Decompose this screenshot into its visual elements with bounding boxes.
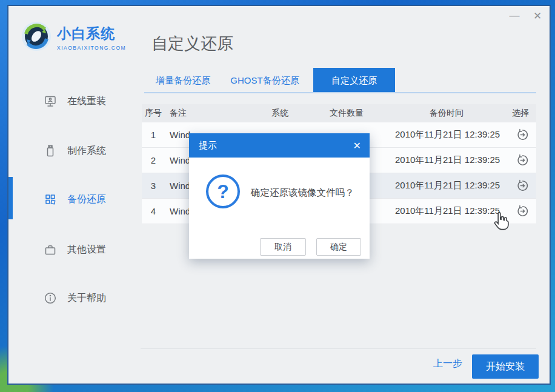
minimize-button[interactable]: — xyxy=(507,8,522,23)
start-install-button[interactable]: 开始安装 xyxy=(472,354,539,379)
row-no: 2 xyxy=(142,155,165,165)
dialog-title: 提示 xyxy=(199,140,217,151)
tab-label: 增量备份还原 xyxy=(156,75,210,87)
app-window: — ✕ 小白系统 XIAOBAIXITONG.COM 自定义还原 xyxy=(7,5,551,385)
confirm-button[interactable]: 确定 xyxy=(316,238,361,256)
page-title: 自定义还原 xyxy=(151,33,233,55)
tab-ghost-backup-restore[interactable]: GHOST备份还原 xyxy=(224,68,305,93)
col-header-system: 系统 xyxy=(262,108,298,119)
usb-drive-icon xyxy=(44,144,57,158)
dialog-close-icon[interactable]: ✕ xyxy=(353,140,361,151)
window-controls: — ✕ xyxy=(507,8,545,23)
col-header-note: 备注 xyxy=(165,108,262,119)
cancel-button[interactable]: 取消 xyxy=(260,238,306,256)
restore-icon[interactable] xyxy=(516,205,529,218)
row-time: 2010年11月21日 12:39:25 xyxy=(395,129,498,141)
brand-domain: XIAOBAIXITONG.COM xyxy=(57,45,126,51)
row-time: 2010年11月21日 12:39:25 xyxy=(395,154,498,166)
sidebar-active-indicator xyxy=(8,177,13,219)
tab-underline xyxy=(144,92,536,93)
dialog-message: 确定还原该镜像文件吗？ xyxy=(251,187,354,199)
row-time: 2010年11月21日 12:39:25 xyxy=(395,180,498,191)
col-header-select: 选择 xyxy=(498,108,536,119)
sidebar-item-about-help[interactable]: 关于帮助 xyxy=(44,288,135,308)
previous-step-link[interactable]: 上一步 xyxy=(433,357,462,370)
tab-label: GHOST备份还原 xyxy=(230,75,299,87)
tab-custom-restore[interactable]: 自定义还原 xyxy=(313,68,395,93)
dialog-titlebar: 提示 ✕ xyxy=(189,133,370,158)
sidebar-item-label: 制作系统 xyxy=(67,145,106,158)
col-header-time: 备份时间 xyxy=(395,108,498,119)
desktop-background: — ✕ 小白系统 XIAOBAIXITONG.COM 自定义还原 xyxy=(0,0,555,392)
sidebar-item-label: 其他设置 xyxy=(67,244,106,256)
sidebar-item-label: 在线重装 xyxy=(67,95,106,108)
row-no: 3 xyxy=(142,181,165,191)
row-no: 4 xyxy=(142,206,165,216)
confirm-dialog: 提示 ✕ ? 确定还原该镜像文件吗？ 取消 确定 xyxy=(189,133,370,259)
sidebar-item-label: 关于帮助 xyxy=(67,292,106,305)
tab-incremental-backup-restore[interactable]: 增量备份还原 xyxy=(144,68,222,93)
sidebar-item-label: 备份还原 xyxy=(67,193,106,206)
blocks-icon xyxy=(44,193,57,206)
col-header-no: 序号 xyxy=(142,108,165,119)
col-header-count: 文件数量 xyxy=(298,108,395,119)
monitor-user-icon xyxy=(44,95,57,108)
restore-icon[interactable] xyxy=(516,154,529,167)
briefcase-icon xyxy=(44,243,57,256)
tab-label: 自定义还原 xyxy=(331,75,377,87)
sidebar-item-other-settings[interactable]: 其他设置 xyxy=(44,240,135,259)
brand-name: 小白系统 xyxy=(57,24,126,43)
sidebar-item-online-reinstall[interactable]: 在线重装 xyxy=(44,91,135,111)
row-no: 1 xyxy=(142,130,165,140)
restore-icon[interactable] xyxy=(516,179,529,192)
question-icon: ? xyxy=(206,174,240,208)
app-logo-icon xyxy=(21,21,52,52)
brand-block: 小白系统 XIAOBAIXITONG.COM xyxy=(57,24,126,51)
table-header: 序号 备注 系统 文件数量 备份时间 选择 xyxy=(142,104,536,122)
restore-icon[interactable] xyxy=(516,128,529,141)
sidebar-item-backup-restore[interactable]: 备份还原 xyxy=(44,190,135,209)
close-button[interactable]: ✕ xyxy=(530,8,545,23)
row-time: 2010年11月21日 12:39:25 xyxy=(395,205,498,217)
footer-divider xyxy=(141,348,536,349)
info-icon xyxy=(44,291,57,305)
sidebar-item-make-system[interactable]: 制作系统 xyxy=(44,141,135,161)
